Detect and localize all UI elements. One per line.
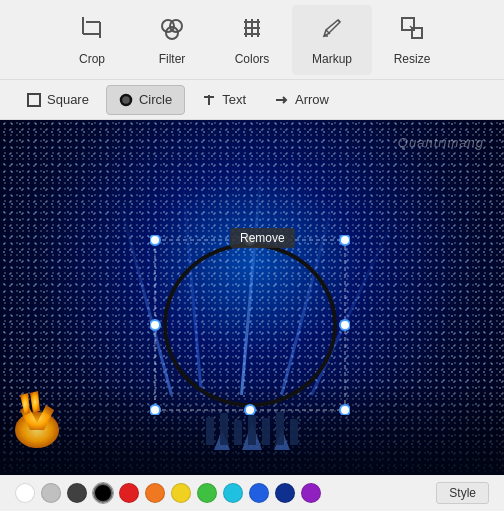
svg-point-37 [340, 405, 350, 415]
color-dark-blue[interactable] [275, 483, 295, 503]
resize-label: Resize [394, 52, 431, 66]
markup-circle-svg [150, 235, 350, 415]
shape-arrow[interactable]: Arrow [263, 85, 341, 115]
arrow-icon [275, 93, 289, 107]
remove-button[interactable]: Remove [230, 228, 295, 248]
color-orange[interactable] [145, 483, 165, 503]
tool-resize[interactable]: Resize [372, 5, 452, 75]
svg-rect-28 [155, 240, 345, 410]
svg-rect-19 [28, 94, 40, 106]
color-yellow[interactable] [171, 483, 191, 503]
golden-hand [10, 385, 65, 450]
text-label: Text [222, 92, 246, 107]
svg-point-7 [170, 20, 182, 32]
color-blue[interactable] [249, 483, 269, 503]
crop-label: Crop [79, 52, 105, 66]
filter-icon [158, 14, 186, 48]
color-purple[interactable] [301, 483, 321, 503]
markup-label: Markup [312, 52, 352, 66]
colors-label: Colors [235, 52, 270, 66]
tool-filter[interactable]: Filter [132, 5, 212, 75]
svg-point-30 [150, 235, 160, 245]
arrow-label: Arrow [295, 92, 329, 107]
color-black[interactable] [93, 483, 113, 503]
color-red[interactable] [119, 483, 139, 503]
svg-point-8 [166, 27, 178, 39]
svg-point-32 [340, 235, 350, 245]
tool-markup[interactable]: Markup [292, 5, 372, 75]
svg-point-20 [121, 95, 131, 105]
tool-colors[interactable]: Colors [212, 5, 292, 75]
performers [206, 412, 298, 445]
svg-point-34 [340, 320, 350, 330]
watermark: Quantrimang [398, 135, 484, 150]
shape-circle[interactable]: Circle [106, 85, 185, 115]
shape-text[interactable]: Text [190, 85, 258, 115]
svg-point-29 [165, 245, 335, 405]
svg-point-33 [150, 320, 160, 330]
color-cyan[interactable] [223, 483, 243, 503]
circle-icon [119, 93, 133, 107]
crop-icon [78, 14, 106, 48]
svg-point-35 [150, 405, 160, 415]
svg-marker-27 [30, 391, 40, 413]
color-green[interactable] [197, 483, 217, 503]
canvas-area[interactable]: Quantrimang Remove [0, 120, 504, 475]
color-light-gray[interactable] [41, 483, 61, 503]
square-label: Square [47, 92, 89, 107]
markup-icon [318, 14, 346, 48]
shape-square[interactable]: Square [15, 85, 101, 115]
top-toolbar: Crop Filter Colors [0, 0, 504, 80]
tool-crop[interactable]: Crop [52, 5, 132, 75]
filter-label: Filter [159, 52, 186, 66]
shape-toolbar: Square Circle Text Arrow [0, 80, 504, 120]
square-icon [27, 93, 41, 107]
color-palette: Style [0, 475, 504, 511]
color-white[interactable] [15, 483, 35, 503]
colors-icon [238, 14, 266, 48]
text-shape-icon [202, 93, 216, 107]
circle-label: Circle [139, 92, 172, 107]
style-button[interactable]: Style [436, 482, 489, 504]
resize-icon [398, 14, 426, 48]
svg-point-36 [245, 405, 255, 415]
color-dark-gray[interactable] [67, 483, 87, 503]
